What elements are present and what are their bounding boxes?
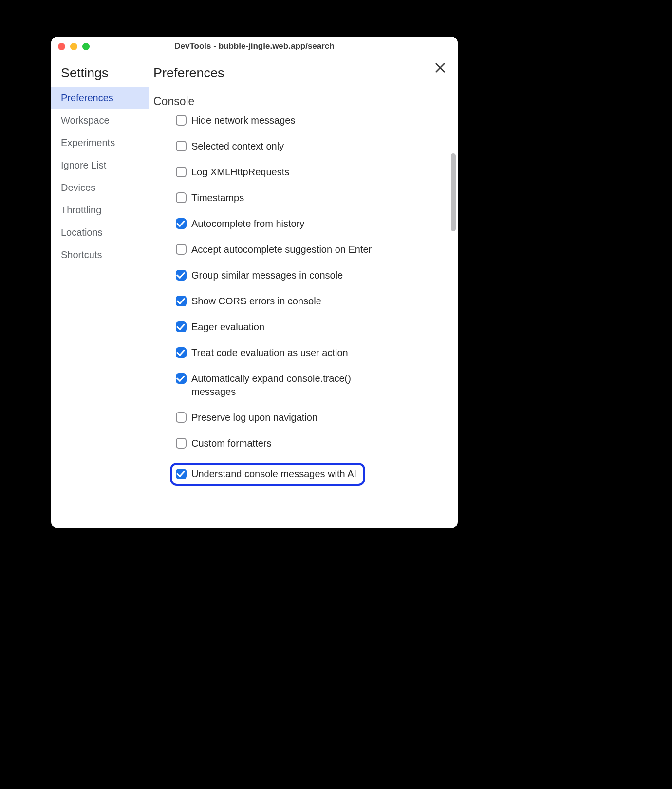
settings-sidebar: Settings PreferencesWorkspaceExperiments… <box>51 56 149 528</box>
option-row: Autocomplete from history <box>176 217 444 230</box>
option-row: Accept autocomplete suggestion on Enter <box>176 243 444 256</box>
page-title: Preferences <box>153 66 444 88</box>
sidebar-title: Settings <box>51 66 149 87</box>
checkbox[interactable] <box>176 347 187 358</box>
option-row: Custom formatters <box>176 437 444 450</box>
option-label: Show CORS errors in console <box>191 295 321 308</box>
sidebar-item-throttling[interactable]: Throttling <box>51 199 149 221</box>
window-close-button[interactable] <box>58 43 65 50</box>
option-row: Timestamps <box>176 191 444 205</box>
sidebar-item-preferences[interactable]: Preferences <box>51 87 149 109</box>
option-label: Custom formatters <box>191 437 271 450</box>
option-row: Understand console messages with AI <box>170 463 365 486</box>
option-label: Understand console messages with AI <box>191 468 356 481</box>
checkbox[interactable] <box>176 469 187 479</box>
option-label: Selected context only <box>191 140 284 153</box>
checkbox[interactable] <box>176 321 187 332</box>
option-label: Accept autocomplete suggestion on Enter <box>191 243 372 256</box>
window-minimize-button[interactable] <box>70 43 77 50</box>
option-row: Hide network messages <box>176 114 444 127</box>
option-row: Automatically expand console.trace() mes… <box>176 372 444 398</box>
option-label: Group similar messages in console <box>191 269 343 282</box>
option-label: Treat code evaluation as user action <box>191 346 348 359</box>
sidebar-item-locations[interactable]: Locations <box>51 221 149 244</box>
sidebar-item-label: Devices <box>61 182 95 193</box>
window-body: Settings PreferencesWorkspaceExperiments… <box>51 56 458 528</box>
sidebar-item-ignore-list[interactable]: Ignore List <box>51 154 149 176</box>
option-label: Timestamps <box>191 191 244 205</box>
option-row: Preserve log upon navigation <box>176 411 444 424</box>
sidebar-item-experiments[interactable]: Experiments <box>51 132 149 154</box>
sidebar-item-label: Shortcuts <box>61 249 102 260</box>
option-label: Autocomplete from history <box>191 217 304 230</box>
sidebar-item-label: Workspace <box>61 115 110 126</box>
window-title: DevTools - bubble-jingle.web.app/search <box>51 41 458 51</box>
scrollbar-track[interactable] <box>451 85 456 519</box>
checkbox[interactable] <box>176 115 187 126</box>
sidebar-item-label: Throttling <box>61 205 101 215</box>
close-settings-button[interactable] <box>433 61 447 75</box>
checkbox[interactable] <box>176 438 187 449</box>
sidebar-item-workspace[interactable]: Workspace <box>51 109 149 132</box>
option-row: Eager evaluation <box>176 320 444 334</box>
checkbox[interactable] <box>176 192 187 203</box>
option-label: Preserve log upon navigation <box>191 411 317 424</box>
window-titlebar: DevTools - bubble-jingle.web.app/search <box>51 37 458 56</box>
option-row: Group similar messages in console <box>176 269 444 282</box>
section-title-console: Console <box>153 95 444 108</box>
sidebar-item-label: Locations <box>61 227 103 238</box>
checkbox[interactable] <box>176 167 187 177</box>
checkbox[interactable] <box>176 373 187 384</box>
checkbox[interactable] <box>176 270 187 281</box>
checkbox[interactable] <box>176 141 187 151</box>
option-row: Show CORS errors in console <box>176 295 444 308</box>
sidebar-item-label: Experiments <box>61 137 115 148</box>
sidebar-item-label: Preferences <box>61 93 113 103</box>
checkbox[interactable] <box>176 296 187 306</box>
close-icon <box>433 61 447 75</box>
checkbox[interactable] <box>176 218 187 229</box>
window-zoom-button[interactable] <box>82 43 90 50</box>
option-row: Treat code evaluation as user action <box>176 346 444 359</box>
devtools-window: DevTools - bubble-jingle.web.app/search … <box>51 37 458 528</box>
option-row: Log XMLHttpRequests <box>176 166 444 179</box>
checkbox[interactable] <box>176 412 187 423</box>
option-label: Automatically expand console.trace() mes… <box>191 372 386 398</box>
scrollbar-thumb[interactable] <box>451 153 456 231</box>
option-label: Eager evaluation <box>191 320 264 334</box>
option-row: Selected context only <box>176 140 444 153</box>
sidebar-item-label: Ignore List <box>61 160 106 170</box>
traffic-lights <box>58 43 90 50</box>
sidebar-item-shortcuts[interactable]: Shortcuts <box>51 244 149 266</box>
option-label: Hide network messages <box>191 114 295 127</box>
option-label: Log XMLHttpRequests <box>191 166 289 179</box>
settings-main: Preferences Console Hide network message… <box>149 56 458 528</box>
sidebar-item-devices[interactable]: Devices <box>51 176 149 199</box>
checkbox[interactable] <box>176 244 187 255</box>
console-options: Hide network messagesSelected context on… <box>153 114 444 494</box>
